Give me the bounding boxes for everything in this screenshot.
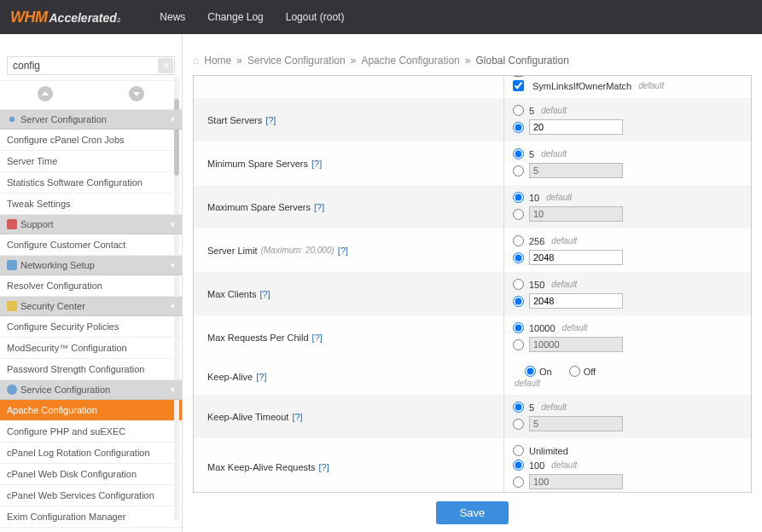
- logo-text-sub: Accelerated: [49, 11, 116, 25]
- help-link[interactable]: [?]: [256, 372, 266, 382]
- breadcrumb-home[interactable]: Home: [204, 55, 231, 66]
- keepalive-off-radio[interactable]: [569, 366, 580, 377]
- option-checkbox[interactable]: [513, 75, 524, 77]
- config-row: MultiViewsSymLinksIfOwnerMatch default: [194, 75, 751, 98]
- sidebar-item[interactable]: cPanel Log Rotation Configuration: [0, 442, 182, 464]
- sidebar-item[interactable]: Tweak Settings: [0, 194, 182, 215]
- default-tag: default: [562, 323, 588, 332]
- collapse-all-icon[interactable]: [38, 86, 53, 101]
- default-radio[interactable]: [513, 402, 524, 413]
- sidebar-item[interactable]: Configure PHP and suEXEC: [0, 421, 182, 442]
- custom-radio[interactable]: [513, 419, 524, 430]
- section-header[interactable]: Server Configuration▾: [0, 110, 182, 130]
- default-radio[interactable]: [513, 460, 524, 471]
- sidebar-item[interactable]: Configure cPanel Cron Jobs: [0, 130, 182, 151]
- sidebar-item[interactable]: Statistics Software Configuration: [0, 172, 182, 194]
- chevron-down-icon: ▾: [171, 115, 175, 124]
- search-row: ✕: [0, 51, 182, 81]
- default-radio[interactable]: [513, 235, 524, 246]
- config-label: Max Requests Per Child [?]: [194, 315, 504, 359]
- help-link[interactable]: [?]: [314, 202, 324, 212]
- sidebar-item[interactable]: cPanel Web Services Configuration: [0, 485, 182, 506]
- config-row: Minimum Spare Servers [?] 5 default: [194, 142, 751, 185]
- logo[interactable]: WHM Accelerated 2: [10, 9, 120, 26]
- sidebar-item[interactable]: Configure Security Policies: [0, 316, 182, 338]
- custom-radio[interactable]: [513, 165, 524, 176]
- config-row: Maximum Spare Servers [?] 10 default: [194, 185, 751, 228]
- default-radio[interactable]: [513, 105, 524, 116]
- keepalive-on-radio[interactable]: [525, 366, 536, 377]
- expand-all-icon[interactable]: [129, 86, 144, 101]
- help-link[interactable]: [?]: [312, 332, 323, 343]
- sidebar-item[interactable]: Configure Customer Contact: [0, 234, 182, 256]
- sidebar-item[interactable]: Exim Configuration Manager: [0, 506, 182, 528]
- option-label: SymLinksIfOwnerMatch: [532, 81, 631, 91]
- custom-radio[interactable]: [513, 252, 524, 263]
- config-value: Unlimited 100 default: [504, 438, 751, 493]
- search-input[interactable]: [7, 56, 175, 75]
- custom-radio[interactable]: [513, 209, 524, 220]
- breadcrumb-current: Global Configuration: [475, 55, 568, 66]
- main-content: ⌂ Home » Service Configuration » Apache …: [183, 34, 762, 532]
- nav-logout[interactable]: Logout (root): [286, 11, 345, 23]
- section-header[interactable]: Service Configuration▾: [0, 380, 182, 400]
- default-radio[interactable]: [513, 148, 524, 159]
- sidebar-item[interactable]: Server Time: [0, 151, 182, 172]
- breadcrumb-part-0[interactable]: Service Configuration: [247, 55, 346, 66]
- save-button[interactable]: Save: [436, 501, 509, 524]
- default-value: 5: [529, 149, 534, 159]
- help-link[interactable]: [?]: [311, 159, 322, 169]
- sidebar-item[interactable]: Password Strength Configuration: [0, 359, 182, 380]
- home-icon[interactable]: ⌂: [193, 55, 199, 66]
- help-link[interactable]: [?]: [292, 412, 302, 422]
- custom-input[interactable]: [529, 337, 623, 352]
- config-value: 150 default: [504, 272, 751, 315]
- help-link[interactable]: [?]: [265, 115, 276, 125]
- default-radio[interactable]: [513, 192, 524, 203]
- default-tag: default: [551, 236, 577, 246]
- section-header[interactable]: Networking Setup▾: [0, 256, 182, 275]
- custom-input[interactable]: [529, 250, 623, 265]
- help-link[interactable]: [?]: [319, 462, 329, 472]
- config-label: Max Keep-Alive Requests [?]: [194, 438, 504, 493]
- on-label: On: [539, 367, 552, 377]
- support-icon: [7, 219, 17, 229]
- config-row: Max Keep-Alive Requests [?]Unlimited 100…: [194, 438, 751, 493]
- sidebar-item[interactable]: Apache Configuration: [0, 400, 182, 421]
- section-header[interactable]: Security Center▾: [0, 297, 182, 316]
- nav-changelog[interactable]: Change Log: [207, 11, 263, 23]
- custom-radio[interactable]: [513, 296, 524, 307]
- custom-input[interactable]: [529, 474, 623, 489]
- top-header: WHM Accelerated 2 News Change Log Logout…: [0, 0, 762, 34]
- custom-input[interactable]: [529, 206, 623, 222]
- custom-input[interactable]: [529, 163, 623, 178]
- section-title: Networking Setup: [20, 260, 95, 270]
- config-row: Max Requests Per Child [?] 10000 default: [194, 315, 751, 359]
- sidebar-item[interactable]: FTP Server Configuration: [0, 528, 182, 532]
- config-row: Server Limit (Maximum: 20,000) [?] 256 d…: [194, 228, 751, 272]
- default-tag: default: [541, 149, 567, 159]
- default-tag: default: [551, 280, 577, 289]
- custom-radio[interactable]: [513, 339, 524, 350]
- sidebar-item[interactable]: Resolver Configuration: [0, 275, 182, 297]
- help-link[interactable]: [?]: [259, 289, 270, 299]
- search-clear-icon[interactable]: ✕: [158, 58, 173, 73]
- option-checkbox[interactable]: [513, 80, 524, 91]
- custom-input[interactable]: [529, 293, 623, 309]
- logo-suffix: 2: [117, 16, 120, 24]
- help-link[interactable]: [?]: [338, 246, 348, 256]
- default-radio[interactable]: [513, 322, 524, 333]
- breadcrumb-part-1[interactable]: Apache Configuration: [361, 55, 459, 66]
- custom-input[interactable]: [529, 416, 623, 431]
- custom-radio[interactable]: [513, 122, 524, 133]
- config-value: 5 default: [504, 395, 751, 438]
- custom-radio[interactable]: [513, 477, 524, 488]
- sidebar-item[interactable]: ModSecurity™ Configuration: [0, 338, 182, 359]
- default-radio[interactable]: [513, 279, 524, 290]
- nav-news[interactable]: News: [160, 11, 185, 23]
- custom-input[interactable]: [529, 119, 623, 135]
- sidebar-item[interactable]: cPanel Web Disk Configuration: [0, 464, 182, 485]
- config-row: Keep-Alive Timeout [?]5 default: [194, 395, 751, 438]
- unlimited-radio[interactable]: [513, 445, 524, 456]
- section-header[interactable]: Support▾: [0, 215, 182, 234]
